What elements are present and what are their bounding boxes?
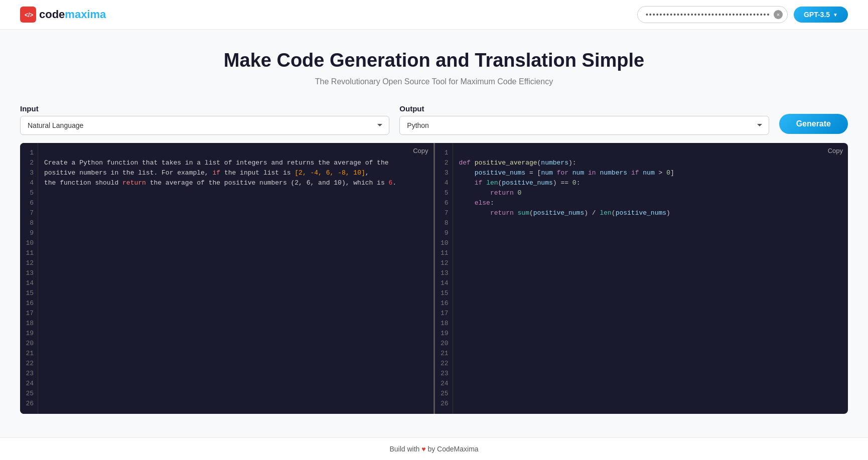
model-select-button[interactable]: GPT-3.5 ▼ [794,7,848,23]
header-right: × GPT-3.5 ▼ [637,6,848,23]
hero-title: Make Code Generation and Translation Sim… [224,50,644,71]
editors-row: Copy 12345 678910 1112131415 1617181920 … [20,143,848,414]
output-control-group: Output Python JavaScript Java C++ C# Go … [399,104,769,135]
input-control-group: Input Natural Language Python JavaScript… [20,104,389,135]
output-editor-panel: Copy 12345 678910 1112131415 1617181920 … [435,143,848,414]
generate-button[interactable]: Generate [779,114,848,134]
input-line-numbers: 12345 678910 1112131415 1617181920 21222… [20,143,38,414]
api-key-input[interactable] [637,6,788,23]
output-code-content[interactable]: def positive_average(numbers): positive_… [453,143,848,414]
footer: Build with ♥ by CodeMaxima [0,437,868,460]
controls-row: Input Natural Language Python JavaScript… [20,104,848,135]
footer-heart: ♥ [421,445,425,453]
api-key-wrapper: × [637,6,788,23]
input-label: Input [20,104,389,113]
footer-text: Build with ♥ by CodeMaxima [389,445,478,453]
chevron-down-icon: ▼ [833,12,838,18]
header: </> codemaxima × GPT-3.5 ▼ [0,0,868,30]
output-code-area: 12345 678910 1112131415 1617181920 21222… [435,143,848,414]
input-editor-panel: Copy 12345 678910 1112131415 1617181920 … [20,143,435,414]
output-copy-button[interactable]: Copy [828,147,843,155]
logo-text: codemaxima [39,8,106,21]
output-label: Output [399,104,769,113]
output-line-numbers: 12345 678910 1112131415 1617181920 21222… [435,143,453,414]
main-content: Make Code Generation and Translation Sim… [0,30,868,437]
input-code-content[interactable]: Create a Python function that takes in a… [38,143,433,414]
output-language-select[interactable]: Python JavaScript Java C++ C# Go Rust [399,116,769,135]
input-copy-button[interactable]: Copy [413,147,428,155]
api-key-clear-button[interactable]: × [774,10,783,19]
hero-subtitle: The Revolutionary Open Source Tool for M… [315,77,553,86]
logo[interactable]: </> codemaxima [20,7,106,23]
input-language-select[interactable]: Natural Language Python JavaScript Java … [20,116,389,135]
svg-text:</>: </> [25,12,33,19]
input-code-area: 12345 678910 1112131415 1617181920 21222… [20,143,433,414]
logo-icon: </> [20,7,36,23]
